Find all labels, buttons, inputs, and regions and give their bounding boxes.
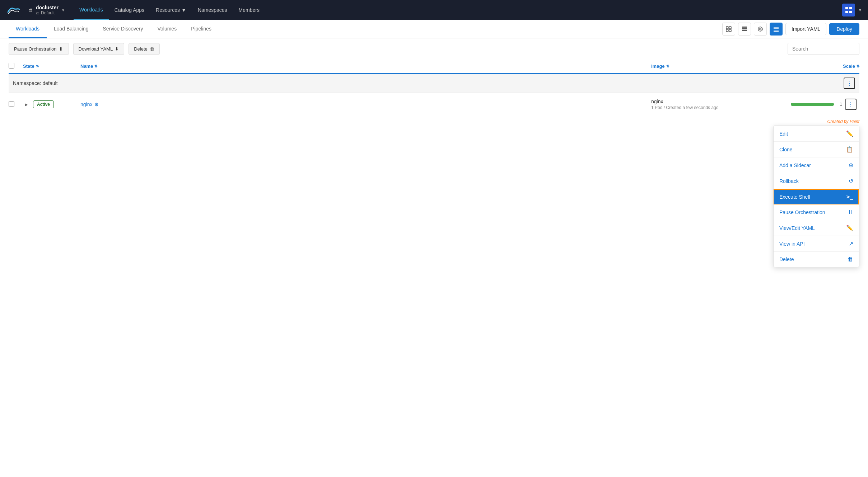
row-checkbox[interactable] [9, 101, 14, 107]
svg-rect-9 [742, 27, 747, 28]
table-row: ▶ Active nginx ⚙ nginx 1 Pod / Created a… [9, 93, 859, 116]
image-sort-btn[interactable]: Image ⇅ [651, 63, 788, 69]
row-state-col: ▶ Active [23, 100, 80, 108]
header-state: State ⇅ [23, 63, 80, 69]
svg-rect-6 [729, 27, 731, 29]
row-scale-col: 1 ⋮ [788, 99, 859, 110]
namespace-label: Namespace: default [13, 80, 58, 86]
name-sort-btn[interactable]: Name ⇅ [80, 63, 651, 69]
svg-rect-0 [6, 2, 22, 18]
workloads-table: State ⇅ Name ⇅ Image ⇅ Scale ⇅ Namespace… [0, 59, 868, 116]
nav-right-chevron[interactable]: ▼ [858, 8, 862, 13]
nav-namespaces[interactable]: Namespaces [192, 0, 233, 20]
nav-catalog-apps[interactable]: Catalog Apps [109, 0, 150, 20]
image-sort-icon: ⇅ [666, 64, 669, 68]
rancher-logo-icon [6, 2, 22, 18]
delete-button[interactable]: Delete 🗑 [129, 43, 160, 55]
list-icon [773, 26, 779, 32]
svg-rect-11 [742, 30, 747, 31]
watermark: Created by Paint [0, 116, 868, 127]
row-checkbox-col [9, 101, 23, 108]
logo-area [6, 2, 22, 18]
sub-navigation: Workloads Load Balancing Service Discove… [0, 20, 868, 38]
svg-point-12 [758, 27, 762, 31]
apps-grid-button[interactable] [842, 4, 855, 16]
context-dropdown-menu: Edit ✏️ Clone 📋 Add a Sidecar ⊕ Rollback… [773, 126, 859, 127]
tab-pipelines[interactable]: Pipelines [184, 20, 219, 38]
header-image: Image ⇅ [651, 63, 788, 69]
view-grouped-btn[interactable] [722, 23, 735, 36]
workload-options-button[interactable]: ⋮ [845, 99, 857, 110]
state-sort-icon: ⇅ [36, 64, 39, 68]
table-header-row: State ⇅ Name ⇅ Image ⇅ Scale ⇅ [9, 59, 859, 74]
namespace-options-button[interactable]: ⋮ [844, 77, 855, 89]
grid-icon [845, 6, 852, 14]
download-yaml-button[interactable]: Download YAML ⬇ [73, 43, 125, 55]
row-image-col: nginx 1 Pod / Created a few seconds ago [651, 99, 788, 110]
scale-sort-btn[interactable]: Scale ⇅ [843, 63, 859, 69]
nav-resources[interactable]: Resources ▼ [150, 0, 192, 20]
view-list-btn[interactable] [770, 23, 783, 36]
nav-workloads[interactable]: Workloads [74, 0, 109, 20]
name-sort-icon: ⇅ [94, 64, 97, 68]
trash-icon: 🗑 [150, 46, 154, 52]
svg-rect-5 [726, 27, 728, 29]
image-name: nginx [651, 99, 788, 104]
view-table-btn[interactable] [738, 23, 751, 36]
table-icon [742, 26, 747, 32]
svg-rect-4 [849, 11, 852, 13]
svg-rect-8 [729, 29, 731, 32]
tab-volumes[interactable]: Volumes [150, 20, 184, 38]
cluster-server-icon: 🖥 [27, 7, 33, 13]
main-nav-menu: Workloads Catalog Apps Resources ▼ Names… [74, 0, 842, 20]
top-navigation: 🖥 docluster 🗂 Default ▼ Workloads Catalo… [0, 0, 868, 20]
select-all-checkbox[interactable] [9, 63, 14, 69]
row-name-col: nginx ⚙ [80, 101, 651, 107]
pause-icon: ⏸ [59, 46, 64, 52]
scale-sort-icon: ⇅ [857, 64, 859, 68]
svg-rect-2 [849, 7, 852, 9]
svg-rect-10 [742, 28, 747, 29]
pause-orchestration-button[interactable]: Pause Orchestration ⏸ [9, 43, 69, 55]
search-input[interactable] [788, 43, 859, 55]
state-sort-btn[interactable]: State ⇅ [23, 63, 80, 69]
header-checkbox-col [9, 63, 23, 70]
scale-count: 1 [840, 102, 842, 107]
namespace-group-header: Namespace: default ⋮ [9, 74, 859, 93]
tab-workloads[interactable]: Workloads [9, 20, 47, 38]
svg-rect-1 [845, 7, 848, 9]
view-pod-btn[interactable] [754, 23, 767, 36]
nav-members[interactable]: Members [233, 0, 265, 20]
menu-item-edit[interactable]: Edit ✏️ [774, 126, 859, 127]
resources-chevron-icon: ▼ [181, 7, 186, 13]
import-yaml-button[interactable]: Import YAML [785, 23, 826, 35]
workload-toolbar: Pause Orchestration ⏸ Download YAML ⬇ De… [0, 38, 868, 59]
cluster-dropdown-chevron: ▼ [61, 8, 65, 12]
nav-right-area: ▼ [842, 4, 862, 16]
deploy-button[interactable]: Deploy [829, 23, 859, 35]
image-sub-info: 1 Pod / Created a few seconds ago [651, 105, 788, 110]
svg-rect-3 [845, 11, 848, 13]
grouped-icon [726, 26, 732, 32]
cluster-sub: 🗂 Default [36, 10, 59, 15]
workload-link-icon: ⚙ [94, 102, 99, 107]
tab-load-balancing[interactable]: Load Balancing [47, 20, 96, 38]
pod-icon [757, 26, 763, 32]
expand-row-btn[interactable]: ▶ [23, 101, 30, 108]
scale-bar [791, 103, 834, 106]
header-name: Name ⇅ [80, 63, 651, 69]
svg-rect-7 [726, 29, 728, 32]
status-badge: Active [33, 100, 54, 108]
download-icon: ⬇ [115, 46, 119, 52]
sub-nav-actions: Import YAML Deploy [722, 23, 859, 36]
cluster-selector[interactable]: 🖥 docluster 🗂 Default ▼ [24, 3, 68, 17]
cluster-name: docluster [36, 5, 59, 10]
workload-name-link[interactable]: nginx ⚙ [80, 101, 651, 107]
header-scale: Scale ⇅ [788, 63, 859, 69]
tab-service-discovery[interactable]: Service Discovery [95, 20, 150, 38]
